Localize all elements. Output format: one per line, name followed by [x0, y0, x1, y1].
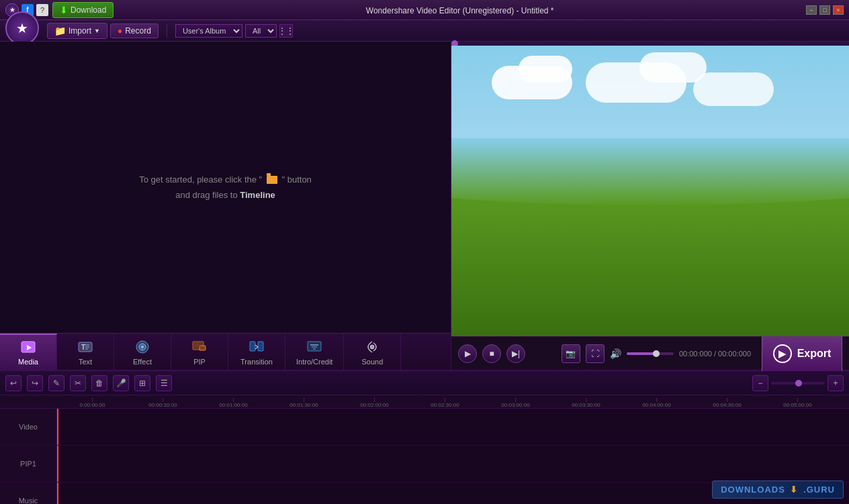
tab-media[interactable]: Media — [0, 334, 57, 370]
sound-tab-icon — [363, 338, 382, 356]
folder-icon-inline — [267, 176, 277, 184]
track-playhead-video — [57, 409, 58, 445]
tab-effect-label: Effect — [133, 358, 152, 366]
minimize-button[interactable]: − — [806, 5, 817, 15]
next-button[interactable]: ▶| — [506, 344, 525, 363]
hill-curve — [451, 138, 849, 205]
preview-image — [451, 46, 849, 336]
ruler-mark-4: 00:02:00:00 — [339, 398, 410, 408]
export-label: Export — [797, 348, 832, 360]
svg-rect-15 — [308, 342, 321, 351]
filter-selector[interactable]: All — [245, 24, 277, 38]
tab-text-label: Text — [79, 358, 92, 366]
redo-button[interactable]: ↪ — [27, 375, 43, 391]
ruler-mark-10: 00:05:00:00 — [762, 398, 833, 408]
tab-intro-credit-label: Intro/Credit — [296, 358, 332, 366]
edit-button[interactable]: ✎ — [48, 375, 64, 391]
hint-text: To get started, please click the " " but… — [139, 172, 312, 203]
title-bar-controls: − □ × — [806, 5, 844, 15]
tab-sound-label: Sound — [362, 358, 384, 366]
svg-point-9 — [141, 346, 144, 348]
left-panel: To get started, please click the " " but… — [0, 42, 451, 370]
cloud-2 — [519, 56, 572, 83]
track-label-pip1: PIP1 — [0, 446, 57, 482]
ruler-mark-7: 00:03:30:00 — [551, 398, 621, 408]
stop-button[interactable]: ■ — [482, 344, 501, 363]
snapshot-button[interactable]: 📷 — [562, 344, 580, 363]
right-panel: ▶ ■ ▶| 📷 ⛶ 🔊 00:00:000 / 00:00:000 ▶ Exp… — [451, 42, 849, 370]
import-label: Import — [69, 26, 91, 36]
toolbar-divider — [167, 24, 167, 38]
record-audio-button[interactable]: 🎤 — [113, 375, 129, 391]
export-button[interactable]: ▶ Export — [762, 334, 842, 374]
track-content-pip1[interactable] — [57, 446, 849, 482]
ruler-mark-2: 00:01:00:00 — [198, 398, 269, 408]
tab-transition-label: Transition — [240, 358, 273, 366]
tab-intro-credit[interactable]: Intro/Credit — [285, 334, 344, 370]
maximize-button[interactable]: □ — [819, 5, 830, 15]
zoom-in-button[interactable]: + — [828, 375, 844, 391]
play-button[interactable]: ▶ — [458, 344, 477, 363]
tab-pip[interactable]: PIP — [171, 334, 228, 370]
track-row-pip1: PIP1 — [0, 446, 849, 483]
track-row-video: Video — [0, 409, 849, 446]
import-button[interactable]: 📁 Import ▼ — [47, 23, 107, 39]
fullscreen-button[interactable]: ⛶ — [586, 344, 605, 363]
tab-effect[interactable]: Effect — [114, 334, 171, 370]
watermark-text: DOWNLOADS — [721, 485, 785, 495]
ruler-mark-8: 00:04:00:00 — [621, 398, 692, 408]
watermark-suffix: .GURU — [803, 485, 835, 495]
effect-tab-icon — [133, 338, 152, 356]
title-bar: ★ f ? ⬇ Download Wondershare Video Edito… — [0, 0, 849, 20]
preview-controls: ▶ ■ ▶| 📷 ⛶ 🔊 00:00:000 / 00:00:000 ▶ Exp… — [451, 336, 849, 370]
zoom-thumb — [795, 380, 802, 387]
svg-point-19 — [370, 345, 374, 349]
volume-slider[interactable] — [627, 352, 674, 355]
tab-transition[interactable]: Transition — [228, 334, 285, 370]
tabs-row: Media T Text — [0, 333, 451, 370]
ruler-mark-0: 0:00:00:00 — [57, 398, 128, 408]
track-label-video: Video — [0, 409, 57, 445]
svg-rect-13 — [250, 342, 255, 351]
ruler-mark-6: 00:03:00:00 — [480, 398, 551, 408]
volume-thumb — [653, 350, 660, 357]
track-label-music: Music — [0, 483, 57, 504]
preview-area — [451, 46, 849, 336]
timeline-toolbar: ↩ ↪ ✎ ✂ 🗑 🎤 ⊞ ☰ − + — [0, 371, 849, 395]
tab-sound[interactable]: Sound — [344, 334, 401, 370]
grid-view-button[interactable]: ⋮⋮ — [279, 24, 293, 38]
record-button[interactable]: ● Record — [110, 23, 159, 38]
transition-tab-icon — [247, 338, 266, 356]
ruler-mark-9: 00:04:30:00 — [692, 398, 762, 408]
svg-rect-12 — [194, 343, 201, 348]
app-title: Wondershare Video Editor (Unregistered) … — [366, 6, 554, 15]
album-selector[interactable]: User's Album — [175, 24, 242, 38]
text-tab-icon: T — [76, 338, 95, 356]
media-area: To get started, please click the " " but… — [0, 42, 451, 333]
timeline-ruler: 0:00:00:00 00:00:30:00 00:01:00:00 00:01… — [0, 395, 849, 409]
zoom-controls: − + — [752, 375, 844, 391]
main-layout: To get started, please click the " " but… — [0, 42, 849, 370]
time-display: 00:00:000 / 00:00:000 — [679, 350, 751, 358]
track-content-video[interactable] — [57, 409, 849, 445]
tab-pip-label: PIP — [193, 358, 206, 366]
close-button[interactable]: × — [833, 5, 844, 15]
app-logo: ★ — [5, 11, 39, 45]
toolbar: ★ 📁 Import ▼ ● Record User's Album All ⋮… — [0, 20, 849, 42]
split-button[interactable]: ⊞ — [134, 375, 150, 391]
track-playhead-music — [57, 483, 58, 504]
delete-button[interactable]: 🗑 — [91, 375, 107, 391]
export-icon: ▶ — [773, 344, 792, 363]
zoom-out-button[interactable]: − — [752, 375, 768, 391]
album-selector-group: User's Album All ⋮⋮ — [175, 24, 293, 38]
svg-text:T: T — [81, 344, 85, 351]
volume-fill — [627, 352, 655, 355]
tab-text[interactable]: T Text — [57, 334, 114, 370]
intro-credit-tab-icon — [305, 338, 324, 356]
zoom-slider[interactable] — [771, 382, 825, 385]
cut-button[interactable]: ✂ — [70, 375, 86, 391]
watermark-icon: ⬇ — [790, 485, 798, 495]
undo-button[interactable]: ↩ — [5, 375, 21, 391]
download-button[interactable]: ⬇ Download — [52, 2, 114, 18]
menu-button[interactable]: ☰ — [156, 375, 172, 391]
